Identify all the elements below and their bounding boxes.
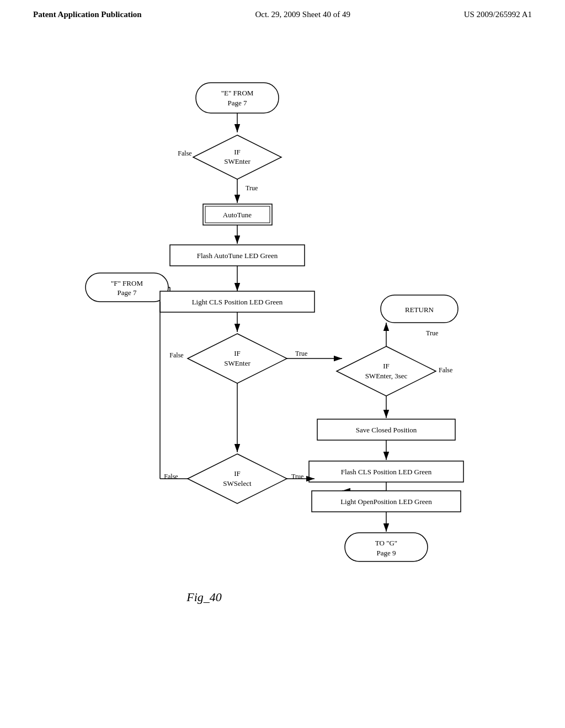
svg-text:Page 9: Page 9 bbox=[376, 549, 396, 557]
svg-text:False: False bbox=[439, 366, 452, 374]
svg-text:True: True bbox=[291, 473, 303, 480]
svg-text:AutoTune: AutoTune bbox=[223, 211, 252, 219]
svg-text:TO "G": TO "G" bbox=[375, 539, 397, 547]
svg-text:SWSelect: SWSelect bbox=[223, 479, 252, 488]
svg-text:SWEnter: SWEnter bbox=[224, 359, 250, 367]
svg-text:Page 7: Page 7 bbox=[227, 99, 247, 107]
svg-rect-18 bbox=[86, 273, 168, 302]
publication-title: Patent Application Publication bbox=[33, 10, 142, 19]
svg-marker-36 bbox=[337, 346, 436, 396]
svg-text:True: True bbox=[426, 329, 438, 337]
svg-text:False: False bbox=[164, 473, 178, 480]
svg-text:Fig_40: Fig_40 bbox=[186, 590, 222, 604]
svg-text:RETURN: RETURN bbox=[405, 306, 434, 314]
diagram-area: "E" FROM Page 7 IF SWEnter False True Au… bbox=[0, 66, 565, 673]
svg-rect-1 bbox=[196, 83, 279, 113]
svg-text:True: True bbox=[246, 184, 258, 192]
svg-rect-59 bbox=[345, 533, 428, 561]
svg-text:IF: IF bbox=[383, 362, 390, 370]
svg-text:IF: IF bbox=[234, 469, 241, 478]
svg-text:False: False bbox=[169, 351, 183, 359]
patent-number: US 2009/265992 A1 bbox=[464, 10, 532, 19]
svg-text:Save Closed Position: Save Closed Position bbox=[356, 426, 417, 434]
svg-text:SWEnter, 3sec: SWEnter, 3sec bbox=[365, 372, 408, 380]
svg-text:True: True bbox=[295, 350, 307, 357]
svg-text:Light OpenPosition LED Green: Light OpenPosition LED Green bbox=[340, 497, 432, 506]
svg-text:Flash CLS Position LED Green: Flash CLS Position LED Green bbox=[341, 468, 432, 476]
svg-text:Flash AutoTune LED Green: Flash AutoTune LED Green bbox=[197, 251, 278, 260]
svg-text:"F" FROM: "F" FROM bbox=[111, 279, 143, 287]
svg-text:Page 7: Page 7 bbox=[117, 288, 137, 297]
sheet-info: Oct. 29, 2009 Sheet 40 of 49 bbox=[255, 10, 350, 19]
svg-text:IF: IF bbox=[234, 148, 241, 156]
svg-text:SWEnter: SWEnter bbox=[224, 157, 250, 165]
page-header: Patent Application Publication Oct. 29, … bbox=[0, 0, 565, 19]
svg-marker-27 bbox=[188, 334, 287, 383]
svg-marker-50 bbox=[188, 454, 287, 504]
svg-text:False: False bbox=[178, 149, 191, 157]
svg-text:"E" FROM: "E" FROM bbox=[221, 89, 254, 97]
svg-text:IF: IF bbox=[234, 349, 241, 357]
svg-text:Light CLS Position LED Green: Light CLS Position LED Green bbox=[192, 298, 283, 306]
